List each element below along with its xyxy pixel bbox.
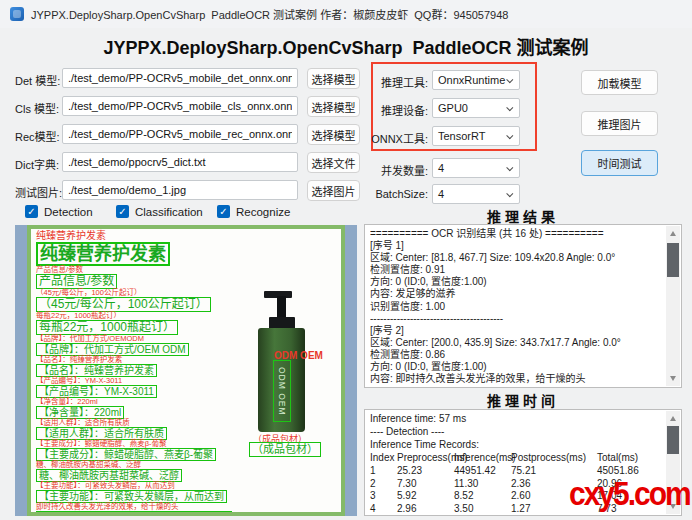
rec-model-input[interactable]: [62, 124, 298, 144]
results-textbox[interactable]: ========== OCR 识别结果 (共 16 处) ========== …: [364, 224, 682, 388]
ocr-box: 糖、椰油酰胺丙基甜菜碱、泛醇: [36, 469, 182, 482]
device-label: 推理设备:: [366, 102, 428, 118]
select-dict-file-button[interactable]: 选择文件: [307, 152, 360, 173]
select-rec-model-button[interactable]: 选择模型: [307, 124, 360, 145]
ocr-pair: 产品信息/参数产品信息/参数: [36, 266, 256, 289]
ocr-preview-image: 纯臻营养护发素纯臻营养护发素 产品信息/参数产品信息/参数 （45元/每公斤，1…: [27, 225, 345, 516]
ocr-box: 纯臻营养护发素: [36, 242, 170, 266]
preview-picturebox: 纯臻营养护发素纯臻营养护发素 产品信息/参数产品信息/参数 （45元/每公斤，1…: [15, 225, 357, 516]
timing-line: Inference Time Records:: [370, 439, 663, 452]
result-line: [序号 1]: [370, 240, 663, 252]
result-line: ----------------------------------------: [370, 313, 663, 325]
test-image-input[interactable]: [62, 180, 298, 200]
chevron-down-icon: [506, 164, 513, 171]
ocr-pair: 纯臻营养护发素纯臻营养护发素: [36, 231, 256, 266]
ocr-pair: 【品牌】：代加工方式/OEMODM【品牌】：代加工方式/OEM ODM: [36, 335, 256, 356]
ocr-pair: 糖、椰油酰胺丙基甜菜碱、泛醇糖、椰油酰胺丙基甜菜碱、泛醇: [36, 461, 256, 482]
result-line: 区域: Center: [81.8, 467.7] Size: 109.4x20…: [370, 252, 663, 264]
onnx-tool-label: ONNX工具:: [366, 130, 428, 146]
result-line: 内容: 发足够的滋养: [370, 288, 663, 300]
ocr-pair: （45元/每公斤，100公斤起订）（45元/每公斤，100公斤起订）: [36, 289, 256, 312]
chevron-down-icon: [506, 190, 513, 197]
ocr-pair: 每瓶22元，1000瓶起订）每瓶22元，1000瓶起订）: [36, 312, 256, 335]
load-model-button[interactable]: 加载模型: [581, 70, 658, 95]
timing-line: Inference time: 57 ms: [370, 413, 663, 426]
checkbox-detection[interactable]: ✓ Detection: [25, 205, 93, 218]
ocr-pair: 【净含量】：220ml【净含量】：220ml: [36, 398, 256, 419]
titlebar: JYPPX.DeploySharp.OpenCvSharp PaddleOCR …: [0, 0, 692, 28]
timing-line: ---- Detection ----: [370, 426, 663, 439]
onnx-tool-dropdown[interactable]: TensorRT: [432, 126, 520, 146]
timing-title: 推理时间: [364, 390, 682, 410]
ocr-box: 【主要成分】：鲸蜡硬脂醇、燕麦β-葡聚: [36, 448, 216, 461]
checkbox-recognize[interactable]: ✓ Recognize: [217, 205, 290, 218]
checkbox-recognize-label: Recognize: [236, 206, 290, 218]
result-line: [序号 2]: [370, 325, 663, 337]
ocr-box: 【主要功能】：可紧致头发鳞层，从而达到: [36, 490, 227, 503]
select-det-model-button[interactable]: 选择模型: [307, 68, 360, 89]
timing-scrollbar-thumb[interactable]: [667, 426, 679, 454]
scroll-up-icon[interactable]: [670, 416, 676, 421]
cls-model-label: Cls 模型:: [15, 100, 59, 116]
checkbox-recognize-check-icon[interactable]: ✓: [217, 205, 230, 218]
ocr-box: 【产品编号】：YM-X-3011: [36, 385, 157, 398]
cls-model-input[interactable]: [62, 96, 298, 116]
onnx-tool-value: TensorRT: [438, 130, 485, 142]
concurrency-dropdown[interactable]: 4: [432, 158, 520, 178]
result-line: ========== OCR 识别结果 (共 16 处) ==========: [370, 228, 663, 240]
engine-value: OnnxRuntime: [438, 74, 505, 86]
select-image-button[interactable]: 选择图片: [307, 180, 360, 201]
ocr-box: 【适用人群】：适合所有肤质: [36, 427, 167, 440]
ocr-pair: 【品名】：纯臻营养护发素【品名】：纯臻营养护发素: [36, 356, 256, 377]
chevron-down-icon: [506, 132, 513, 139]
ocr-pair: 即时持久改善头发光泽的效果，给干燥的头即时持久改善头发光泽的效果，给干燥的头: [36, 503, 256, 516]
watermark: cxy5.com: [569, 476, 690, 513]
page-title: JYPPX.DeploySharp.OpenCvSharp PaddleOCR …: [0, 33, 692, 59]
ocr-box: 【净含量】：220ml: [36, 406, 124, 419]
result-line: 区域: Center: [200.0, 435.9] Size: 343.7x1…: [370, 337, 663, 349]
result-line: 识别置信度: 1.00: [370, 301, 663, 313]
ocr-pair: 【产品编号】：YM-X-3011【产品编号】：YM-X-3011: [36, 377, 256, 398]
result-line: 检测置信度: 0.91: [370, 264, 663, 276]
app-icon: [10, 7, 24, 21]
test-image-label: 测试图片:: [15, 184, 62, 200]
scroll-down-icon[interactable]: [670, 376, 676, 381]
results-scrollbar[interactable]: [666, 226, 680, 386]
checkbox-classification-check-icon[interactable]: ✓: [116, 205, 129, 218]
dict-input[interactable]: [62, 152, 298, 172]
checkbox-detection-label: Detection: [44, 206, 93, 218]
batchsize-value: 4: [438, 188, 444, 200]
ocr-box-package: （成品包材）: [249, 442, 321, 457]
scroll-up-icon[interactable]: [670, 231, 676, 236]
device-value: GPU0: [438, 102, 468, 114]
det-model-input[interactable]: [62, 68, 298, 88]
select-cls-model-button[interactable]: 选择模型: [307, 96, 360, 117]
ocr-pair: 【主要成分】：鲸蜡硬脂醇、燕麦β-葡聚【主要成分】：鲸蜡硬脂醇、燕麦β-葡聚: [36, 440, 256, 461]
time-test-button[interactable]: 时间测试: [581, 150, 658, 176]
bottle-pump-stem: [277, 296, 286, 318]
results-title: 推理结果: [364, 206, 682, 226]
result-line: 方向: 0 (ID:0, 置信度:1.00): [370, 276, 663, 288]
ocr-pair: 【主要功能】：可紧致头发鳞层，从而达到【主要功能】：可紧致头发鳞层，从而达到: [36, 482, 256, 503]
ocr-pair: 【适用人群】：适合所有肤质【适用人群】：适合所有肤质: [36, 419, 256, 440]
batchsize-label: BatchSize:: [366, 188, 428, 200]
checkbox-classification[interactable]: ✓ Classification: [116, 205, 203, 218]
engine-label: 推理工具:: [366, 74, 428, 90]
ocr-box: 产品信息/参数: [36, 274, 117, 289]
infer-image-button[interactable]: 推理图片: [581, 111, 658, 136]
ocr-box-odm: ODM OEM: [273, 360, 291, 422]
checkbox-classification-label: Classification: [135, 206, 203, 218]
dict-label: Dict字典:: [15, 156, 59, 172]
result-line: 方向: 0 (ID:0, 置信度:1.00): [370, 361, 663, 373]
device-dropdown[interactable]: GPU0: [432, 98, 520, 118]
results-scrollbar-thumb[interactable]: [667, 243, 679, 277]
batchsize-dropdown[interactable]: 4: [432, 184, 520, 204]
ocr-box: 【品牌】：代加工方式/OEM ODM: [36, 343, 189, 356]
checkbox-detection-check-icon[interactable]: ✓: [25, 205, 38, 218]
ocr-text-column: 纯臻营养护发素纯臻营养护发素 产品信息/参数产品信息/参数 （45元/每公斤，1…: [36, 231, 256, 516]
rec-model-label: Rec模型:: [15, 128, 60, 144]
engine-dropdown[interactable]: OnnxRuntime: [432, 70, 520, 90]
ocr-box: 【品名】：纯臻营养护发素: [36, 364, 157, 377]
timing-table-header: IndexPreprocess(ms)Inference(ms)Postproc…: [370, 452, 663, 465]
ocr-box: （45元/每公斤，100公斤起订）: [36, 297, 211, 312]
